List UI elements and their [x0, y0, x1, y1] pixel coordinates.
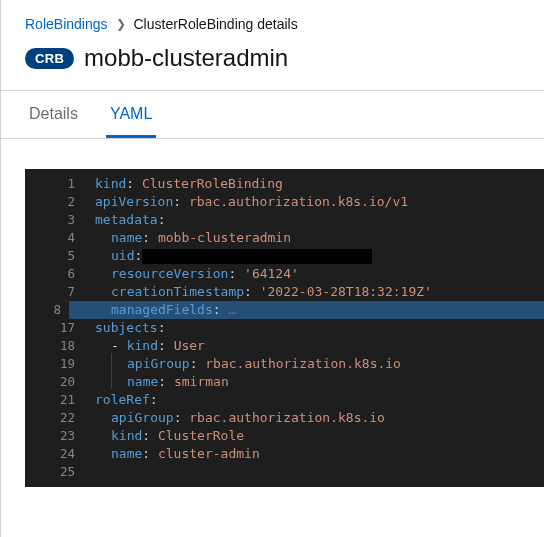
gutter-line: 18 [37, 337, 79, 355]
gutter-line: 4 [37, 229, 79, 247]
code-line: - kind: User [95, 337, 528, 355]
code-line: apiGroup: rbac.authorization.k8s.io [95, 409, 528, 427]
code-line: kind: ClusterRoleBinding [95, 175, 528, 193]
page-heading-row: CRB mobb-clusteradmin [1, 40, 544, 90]
code-line: apiVersion: rbac.authorization.k8s.io/v1 [95, 193, 528, 211]
code-line [95, 463, 528, 481]
yaml-editor[interactable]: 12345678›171819202122232425 kind: Cluste… [25, 169, 544, 487]
gutter-line: 7 [37, 283, 79, 301]
code-line: subjects: [95, 319, 528, 337]
code-line: kind: ClusterRole [95, 427, 528, 445]
gutter-line: 19 [37, 355, 79, 373]
breadcrumb-root-link[interactable]: RoleBindings [25, 16, 108, 32]
code-line: managedFields: … [69, 301, 544, 319]
code-line: name: mobb-clusteradmin [95, 229, 528, 247]
redacted-value [142, 249, 372, 264]
code-line: apiGroup: rbac.authorization.k8s.io [95, 355, 528, 373]
code-line: name: smirman [95, 373, 528, 391]
gutter-line: 23 [37, 427, 79, 445]
code-line: name: cluster-admin [95, 445, 528, 463]
gutter-line: 24 [37, 445, 79, 463]
code-line: metadata: [95, 211, 528, 229]
gutter-line: 20 [37, 373, 79, 391]
gutter-line: 5 [37, 247, 79, 265]
gutter-line: 2 [37, 193, 79, 211]
gutter-line: 22 [37, 409, 79, 427]
gutter-line: 21 [37, 391, 79, 409]
resource-badge: CRB [25, 48, 74, 69]
code-line: creationTimestamp: '2022-03-28T18:32:19Z… [95, 283, 528, 301]
editor-gutter: 12345678›171819202122232425 [25, 169, 85, 487]
page-title: mobb-clusteradmin [84, 44, 288, 72]
tab-bar: Details YAML [1, 90, 544, 139]
editor-code[interactable]: kind: ClusterRoleBindingapiVersion: rbac… [85, 169, 544, 487]
code-line: resourceVersion: '64124' [95, 265, 528, 283]
gutter-line: 3 [37, 211, 79, 229]
tab-details[interactable]: Details [25, 91, 82, 138]
breadcrumb: RoleBindings ❯ ClusterRoleBinding detail… [1, 0, 544, 40]
tab-yaml[interactable]: YAML [106, 91, 156, 138]
code-line: roleRef: [95, 391, 528, 409]
yaml-editor-container: 12345678›171819202122232425 kind: Cluste… [1, 139, 544, 487]
gutter-line: 25 [37, 463, 79, 481]
breadcrumb-current: ClusterRoleBinding details [134, 16, 298, 32]
gutter-line: 1 [37, 175, 79, 193]
chevron-right-icon: ❯ [116, 17, 126, 31]
gutter-line: 6 [37, 265, 79, 283]
code-line: uid: [95, 247, 528, 265]
gutter-line: 17 [37, 319, 79, 337]
